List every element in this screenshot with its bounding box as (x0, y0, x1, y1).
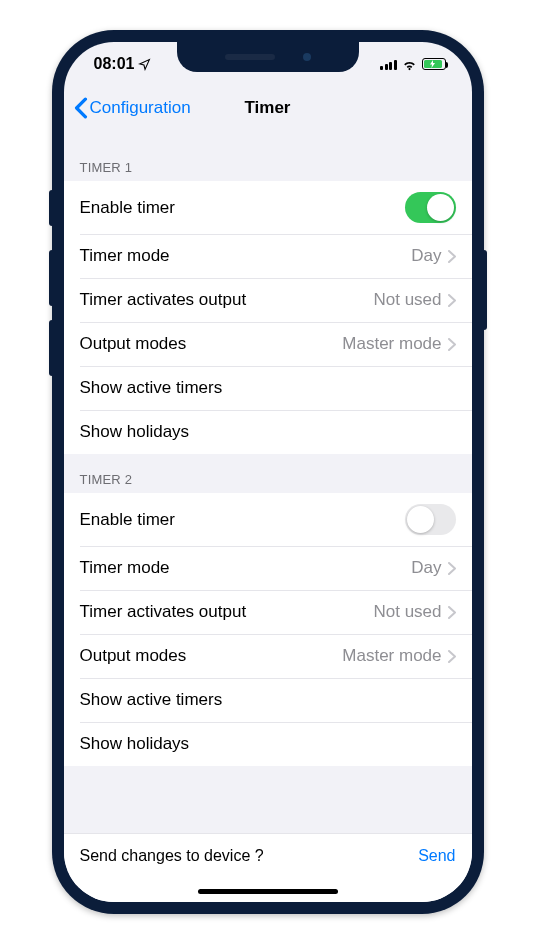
send-prompt: Send changes to device ? (80, 847, 419, 865)
row-output-modes-2[interactable]: Output modes Master mode (64, 634, 472, 678)
row-label: Show holidays (80, 422, 456, 442)
row-label: Enable timer (80, 198, 405, 218)
location-icon (138, 58, 151, 71)
section-header-timer1: TIMER 1 (64, 130, 472, 181)
home-indicator[interactable] (198, 889, 338, 894)
status-time: 08:01 (94, 55, 135, 73)
row-enable-timer2[interactable]: Enable timer (64, 493, 472, 546)
phone-frame: 08:01 (52, 30, 484, 914)
back-label: Configuration (90, 98, 191, 118)
cellular-icon (380, 58, 397, 70)
row-enable-timer1[interactable]: Enable timer (64, 181, 472, 234)
row-value: Day (411, 246, 441, 266)
enable-timer1-switch[interactable] (405, 192, 456, 223)
row-show-active-2[interactable]: Show active timers (64, 678, 472, 722)
row-activates-output-1[interactable]: Timer activates output Not used (64, 278, 472, 322)
wifi-icon (401, 58, 418, 71)
row-label: Output modes (80, 646, 343, 666)
screen: 08:01 (64, 42, 472, 902)
row-show-active-1[interactable]: Show active timers (64, 366, 472, 410)
row-timer-mode-1[interactable]: Timer mode Day (64, 234, 472, 278)
row-value: Master mode (342, 334, 441, 354)
chevron-right-icon (448, 250, 456, 263)
section-header-timer2: TIMER 2 (64, 454, 472, 493)
row-value: Not used (373, 602, 441, 622)
chevron-left-icon (74, 97, 88, 119)
battery-icon (422, 58, 446, 70)
chevron-right-icon (448, 338, 456, 351)
send-button[interactable]: Send (418, 847, 455, 865)
row-label: Show active timers (80, 378, 456, 398)
row-label: Enable timer (80, 510, 405, 530)
content-scroll[interactable]: TIMER 1 Enable timer Timer mode Day Time… (64, 130, 472, 833)
charging-icon (429, 60, 436, 68)
row-label: Output modes (80, 334, 343, 354)
row-label: Show holidays (80, 734, 456, 754)
row-timer-mode-2[interactable]: Timer mode Day (64, 546, 472, 590)
send-bar: Send changes to device ? Send (64, 833, 472, 878)
row-label: Timer activates output (80, 290, 374, 310)
row-value: Master mode (342, 646, 441, 666)
row-output-modes-1[interactable]: Output modes Master mode (64, 322, 472, 366)
enable-timer2-switch[interactable] (405, 504, 456, 535)
chevron-right-icon (448, 606, 456, 619)
row-activates-output-2[interactable]: Timer activates output Not used (64, 590, 472, 634)
row-show-holidays-2[interactable]: Show holidays (64, 722, 472, 766)
nav-bar: Configuration Timer (64, 86, 472, 130)
notch (177, 42, 359, 72)
row-value: Not used (373, 290, 441, 310)
chevron-right-icon (448, 562, 456, 575)
row-label: Timer mode (80, 246, 412, 266)
row-label: Show active timers (80, 690, 456, 710)
row-value: Day (411, 558, 441, 578)
row-label: Timer activates output (80, 602, 374, 622)
row-show-holidays-1[interactable]: Show holidays (64, 410, 472, 454)
back-button[interactable]: Configuration (74, 97, 191, 119)
chevron-right-icon (448, 294, 456, 307)
row-label: Timer mode (80, 558, 412, 578)
chevron-right-icon (448, 650, 456, 663)
